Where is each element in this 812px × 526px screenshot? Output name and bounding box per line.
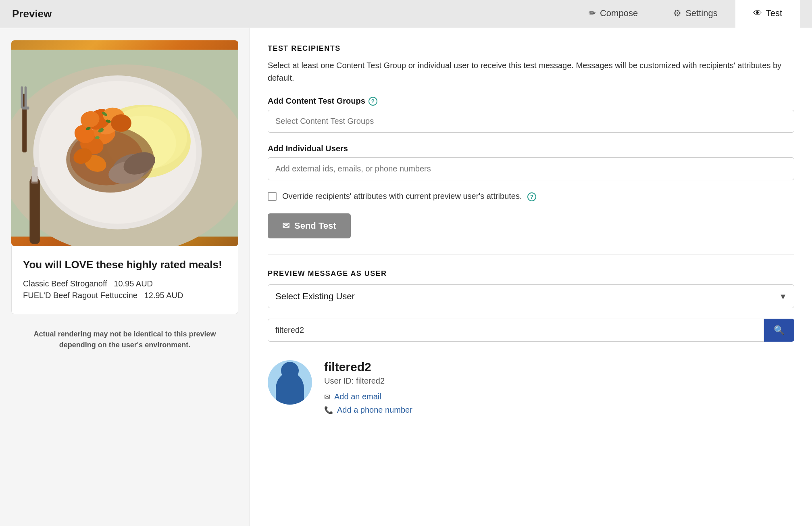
search-button[interactable]: 🔍	[764, 319, 794, 342]
user-card: filtered2 User ID: filtered2 ✉ Add an em…	[268, 356, 794, 423]
svg-rect-27	[29, 178, 40, 244]
svg-rect-31	[21, 86, 23, 108]
user-id: User ID: filtered2	[324, 376, 794, 386]
svg-rect-32	[25, 86, 27, 108]
select-user-wrapper: Select Existing User ▼	[268, 284, 794, 308]
add-groups-label: Add Content Test Groups ?	[268, 96, 794, 106]
main-layout: You will LOVE these highly rated meals! …	[0, 28, 812, 526]
food-card-title: You will LOVE these highly rated meals!	[23, 258, 227, 272]
override-checkbox-label: Override recipients' attributes with cur…	[282, 192, 536, 201]
tab-compose[interactable]: ✏ Compose	[571, 0, 656, 28]
search-row: 🔍	[268, 319, 794, 342]
override-checkbox-row: Override recipients' attributes with cur…	[268, 192, 794, 201]
send-icon: ✉	[282, 221, 289, 231]
food-item-2: FUEL'D Beef Ragout Fettuccine 12.95 AUD	[23, 291, 227, 300]
svg-rect-33	[22, 106, 29, 109]
left-panel: You will LOVE these highly rated meals! …	[0, 28, 250, 526]
user-name: filtered2	[324, 360, 794, 374]
eye-icon: 👁	[753, 8, 762, 19]
add-phone-label[interactable]: Add a phone number	[337, 405, 412, 415]
tab-test[interactable]: 👁 Test	[735, 0, 800, 28]
tab-settings-label: Settings	[685, 8, 718, 19]
add-phone-row: 📞 Add a phone number	[324, 405, 794, 415]
add-email-label[interactable]: Add an email	[334, 392, 381, 401]
svg-rect-29	[32, 167, 38, 182]
send-test-label: Send Test	[294, 221, 336, 231]
search-icon: 🔍	[774, 325, 785, 336]
user-info: filtered2 User ID: filtered2 ✉ Add an em…	[324, 360, 794, 419]
tab-compose-label: Compose	[600, 8, 638, 19]
test-recipients-title: TEST RECIPIENTS	[268, 44, 794, 53]
user-avatar	[268, 360, 312, 405]
svg-point-16	[111, 114, 131, 132]
user-search-input[interactable]	[268, 319, 764, 342]
add-groups-input[interactable]	[268, 110, 794, 133]
phone-icon: 📞	[324, 406, 333, 415]
preview-as-user-title: PREVIEW MESSAGE AS USER	[268, 269, 794, 278]
select-existing-user[interactable]: Select Existing User	[268, 284, 794, 308]
food-item-1: Classic Beef Stroganoff 10.95 AUD	[23, 279, 227, 288]
preview-title: Preview	[12, 8, 52, 20]
tab-settings[interactable]: ⚙ Settings	[656, 0, 735, 28]
override-help-icon[interactable]: ?	[527, 192, 536, 201]
send-test-button[interactable]: ✉ Send Test	[268, 213, 351, 238]
test-recipients-desc: Select at least one Content Test Group o…	[268, 59, 794, 84]
preview-note: Actual rendering may not be identical to…	[11, 329, 238, 351]
food-image	[11, 40, 238, 246]
add-users-input[interactable]	[268, 157, 794, 180]
tab-test-label: Test	[766, 8, 782, 19]
add-users-label: Add Individual Users	[268, 144, 794, 153]
food-card: You will LOVE these highly rated meals! …	[11, 246, 238, 314]
avatar-body	[276, 372, 304, 405]
top-nav: Preview ✏ Compose ⚙ Settings 👁 Test	[0, 0, 812, 28]
compose-icon: ✏	[589, 8, 596, 19]
right-panel: TEST RECIPIENTS Select at least one Cont…	[250, 28, 812, 526]
email-icon: ✉	[324, 392, 330, 401]
override-checkbox[interactable]	[268, 192, 277, 201]
add-groups-help-icon[interactable]: ?	[369, 97, 377, 106]
nav-tabs: ✏ Compose ⚙ Settings 👁 Test	[571, 0, 800, 28]
add-email-row: ✉ Add an email	[324, 392, 794, 401]
section-divider	[268, 255, 794, 255]
settings-icon: ⚙	[673, 8, 681, 19]
